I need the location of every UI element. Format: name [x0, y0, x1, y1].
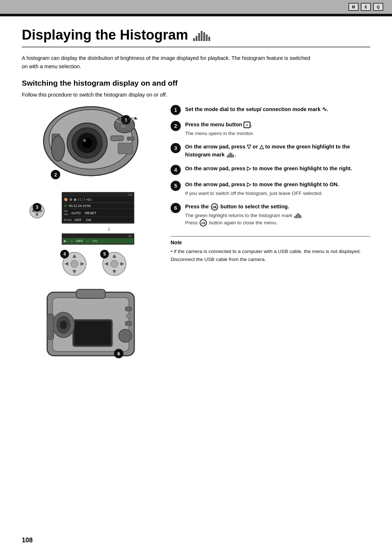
svg-point-47 — [119, 329, 132, 342]
step-item-1: 1 Set the mode dial to the setup/ connec… — [171, 105, 370, 115]
svg-text:ON: ON — [121, 125, 125, 128]
top-bar: M E Q — [0, 0, 392, 14]
histogram-title-icon — [193, 29, 210, 41]
top-icons: M E Q — [348, 3, 383, 11]
step-item-2: 2 Press the menu button ≡. The menu open… — [171, 121, 370, 137]
menu-page1-indicator: 1/2 — [62, 193, 134, 197]
note-text: • If the camera is connected to a comput… — [171, 248, 370, 263]
step-title-6: Press the ok button to select the settin… — [185, 203, 370, 211]
ok-symbol-6b: ok — [200, 219, 207, 227]
step-circle-3: 3 — [171, 143, 181, 153]
svg-rect-16 — [118, 143, 132, 154]
step3-row: 3 1/2 🎨⚙✿/□/×3□ — [29, 192, 152, 245]
section-heading: Switching the histogram display on and o… — [22, 79, 370, 87]
page-number: 108 — [22, 536, 33, 544]
menu-page2-indicator: 2/2 — [62, 234, 134, 238]
page-intro: A histogram can display the distribution… — [22, 54, 312, 71]
step-item-4: 4 On the arrow pad, press ▷ to move the … — [171, 165, 370, 175]
menu-hist-on: ON — [92, 239, 97, 243]
step-circle-6: 6 — [171, 203, 181, 213]
bottom-arrows: 4 5 — [54, 251, 127, 278]
step-item-6: 6 Press the ok button to select the sett… — [171, 203, 370, 227]
right-column: 1 Set the mode dial to the setup/ connec… — [171, 105, 370, 263]
svg-rect-48 — [47, 314, 54, 339]
left-column: OFF ON 1 2 — [22, 105, 160, 365]
icon-q: Q — [373, 3, 383, 11]
svg-point-35 — [111, 260, 118, 268]
svg-rect-45 — [126, 314, 131, 318]
camera-bottom-svg — [36, 285, 145, 365]
step-content-5: On the arrow pad, press ▷ to move the gr… — [185, 181, 370, 197]
menu-row-re: REME AUTO RESET — [62, 209, 134, 217]
menu-arrow-down: ↓ — [83, 225, 134, 232]
step-circle-1: 1 — [171, 105, 181, 115]
note-label: Note — [171, 240, 370, 245]
step-content-6: Press the ok button to select the settin… — [185, 203, 370, 227]
page-content: Displaying the Histogram A histogram can… — [0, 16, 392, 379]
menu-screen-page2: 2/2 ▶ → OFF → ON — [62, 233, 134, 245]
step-note-2: The menu opens in the monitor. — [185, 130, 370, 137]
step-content-3: On the arrow pad, press ▽ or △ to move t… — [185, 143, 370, 159]
step4-pad-container: 4 — [62, 251, 87, 278]
svg-point-6 — [83, 139, 86, 142]
step-title-3: On the arrow pad, press ▽ or △ to move t… — [185, 143, 370, 159]
note-box: Note • If the camera is connected to a c… — [171, 236, 370, 263]
step-title-5: On the arrow pad, press ▷ to move the gr… — [185, 181, 370, 189]
camera-top-svg: OFF ON — [31, 105, 151, 188]
step-content-4: On the arrow pad, press ▷ to move the gr… — [185, 165, 370, 173]
step-title-4: On the arrow pad, press ▷ to move the gr… — [185, 165, 370, 173]
step-item-3: 3 On the arrow pad, press ▽ or △ to move… — [171, 143, 370, 159]
svg-rect-46 — [125, 321, 132, 326]
svg-rect-14 — [127, 137, 134, 140]
page-title-text: Displaying the Histogram — [22, 27, 188, 43]
step-title-1: Set the mode dial to the setup/ connecti… — [185, 105, 370, 114]
menu-hist-off: OFF — [76, 239, 83, 243]
step-circle-2: 2 — [171, 121, 181, 131]
step6-hist-icon — [294, 213, 301, 218]
menu-row-raw: RAW OFF ON — [62, 217, 134, 223]
svg-rect-40 — [74, 321, 111, 345]
svg-rect-44 — [125, 307, 132, 311]
step-title-2: Press the menu button ≡. — [185, 121, 370, 129]
step-item-5: 5 On the arrow pad, press ▷ to move the … — [171, 181, 370, 197]
section-intro: Follow this procedure to switch the hist… — [22, 92, 370, 98]
svg-rect-13 — [111, 136, 123, 141]
menu-icons-row: 🎨⚙✿/□/×3□ — [62, 197, 134, 203]
ok-symbol-6: ok — [211, 203, 218, 211]
svg-rect-38 — [76, 289, 105, 298]
step-content-2: Press the menu button ≡. The menu opens … — [185, 121, 370, 137]
icon-m: M — [348, 3, 359, 11]
page-title: Displaying the Histogram — [22, 27, 370, 48]
step3-histogram-icon — [227, 152, 234, 158]
step3-arrow-pad: 3 — [29, 203, 45, 219]
menu-screen-page1: 1/2 🎨⚙✿/□/×3□ ⊙ '00.12.24 23:56 REME AUT… — [62, 192, 134, 224]
step-circle-5: 5 — [171, 181, 181, 191]
step-note-5: If you want to switch off the histogram,… — [185, 190, 370, 197]
svg-point-17 — [52, 136, 65, 161]
svg-point-43 — [60, 321, 67, 329]
step-note-6: The green highlight returns to the histo… — [185, 212, 370, 227]
menu-re-auto: AUTO — [71, 211, 81, 215]
menu-row-date: ⊙ '00.12.24 23:56 — [62, 203, 134, 209]
menu-date-value: '00.12.24 23:56 — [68, 204, 91, 208]
camera-bottom-illustration: 6 — [36, 285, 145, 365]
icon-e: E — [361, 3, 371, 11]
menu-row-histogram: ▶ → OFF → ON — [62, 238, 134, 244]
step-circle-4: 4 — [171, 165, 181, 175]
menu-re-reset: RESET — [85, 211, 97, 215]
menu-screen-1: 1/2 🎨⚙✿/□/×3□ ⊙ '00.12.24 23:56 REME AUT… — [47, 192, 134, 245]
step5-pad-container: 5 — [102, 251, 127, 278]
main-layout: OFF ON 1 2 — [22, 105, 370, 365]
step-content-1: Set the mode dial to the setup/ connecti… — [185, 105, 370, 114]
menu-raw-off: OFF — [75, 218, 82, 222]
camera-top-illustration: OFF ON 1 2 — [31, 105, 151, 188]
svg-point-29 — [71, 260, 78, 268]
top-rule — [0, 14, 392, 16]
menu-raw-on: ON — [86, 218, 91, 222]
